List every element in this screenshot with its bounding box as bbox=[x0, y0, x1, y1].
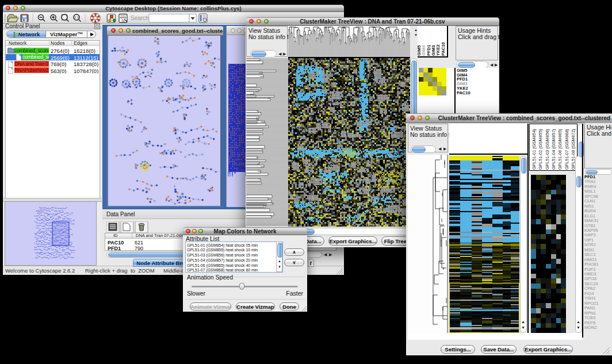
svg-text:Search:: Search: bbox=[131, 15, 150, 21]
svg-text:1:1: 1:1 bbox=[74, 16, 79, 19]
